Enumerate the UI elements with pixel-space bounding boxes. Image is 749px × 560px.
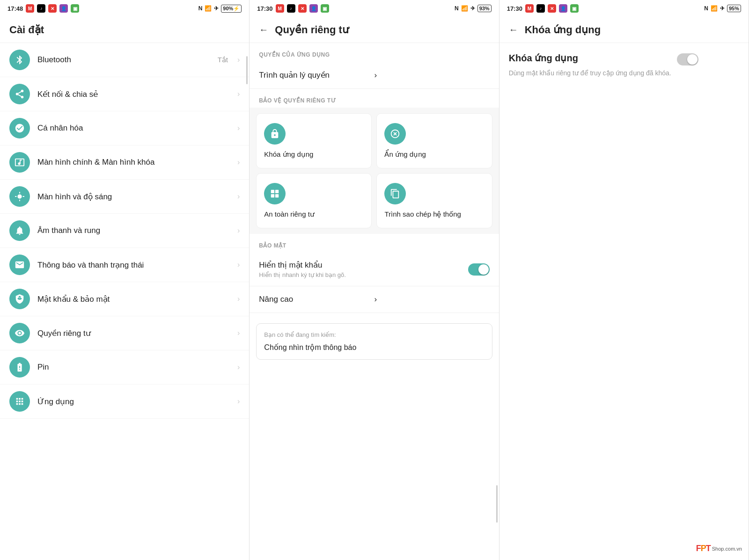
app-lock-toggle[interactable] — [677, 53, 698, 65]
svg-rect-7 — [271, 194, 274, 197]
privacy-header: ← Quyền riêng tư — [250, 17, 499, 43]
matkhau-label: Mật khẩu & bảo mật — [37, 294, 230, 304]
settings-item-ungdung[interactable]: Ứng dụng › — [0, 385, 249, 419]
settings-item-amthanh[interactable]: Âm thanh và rung › — [0, 214, 249, 248]
grid-card-khoa[interactable]: Khóa ứng dụng — [256, 113, 372, 168]
antoan-label: An toàn riêng tư — [264, 210, 315, 218]
ungdung-label: Ứng dụng — [37, 397, 230, 407]
settings-item-quyen[interactable]: Quyền riêng tư › — [0, 316, 249, 350]
bluetooth-value: Tắt — [218, 56, 228, 64]
app-lock-text: Khóa ứng dụng Dùng mật khẩu riêng tư để … — [509, 52, 671, 78]
p3-airplane: ✈ — [720, 5, 725, 12]
p2-icon-green: ▣ — [321, 4, 329, 13]
fpt-logo: FPT — [696, 544, 711, 553]
suggestion-label: Bạn có thể đang tìm kiếm: — [264, 331, 484, 338]
app-lock-main-title: Khóa ứng dụng — [509, 52, 671, 64]
svg-rect-8 — [275, 194, 279, 197]
ungdung-icon — [9, 391, 30, 412]
thongbao-label: Thông báo và thanh trạng thái — [37, 260, 230, 270]
matkhau-chevron: › — [237, 295, 240, 303]
scroll-indicator-p1 — [246, 56, 248, 84]
ungdung-chevron: › — [237, 397, 240, 406]
svg-point-2 — [21, 96, 24, 99]
privacy-panel: 17:30 M ♪ ✕ 👤 ▣ N 📶 ✈ 93% ← Quyền riêng … — [250, 0, 499, 560]
manhinhchinh-label: Màn hình chính & Màn hình khóa — [37, 158, 230, 167]
suggestion-item[interactable]: Chống nhìn trộm thông báo — [264, 343, 484, 352]
bluetooth-label: Bluetooth — [37, 55, 210, 65]
p2-battery: 93% — [477, 5, 492, 12]
security-label: BẢO MẬT — [250, 234, 499, 253]
app-lock-back-button[interactable]: ← — [509, 24, 518, 35]
settings-list: Bluetooth Tắt › Kết nối & chia sẻ › Cá n… — [0, 43, 249, 560]
canhan-label: Cá nhân hóa — [37, 124, 230, 133]
privacy-grid: Khóa ứng dụng Ẩn ứng dụng An toàn riêng … — [250, 108, 499, 234]
grid-card-an[interactable]: Ẩn ứng dụng — [376, 113, 492, 168]
settings-item-pin[interactable]: Pin › — [0, 350, 249, 385]
trinh-quan-ly-item[interactable]: Trình quản lý quyền › — [250, 62, 499, 89]
app-lock-description: Dùng mật khẩu riêng tư để truy cập ứng d… — [509, 68, 671, 78]
p3-nfc: N — [704, 5, 708, 12]
app-icon-person: 👤 — [59, 4, 68, 13]
password-display-toggle[interactable] — [468, 263, 490, 276]
saochep-label: Trình sao chép hệ thống — [384, 210, 461, 218]
settings-item-bluetooth[interactable]: Bluetooth Tắt › — [0, 43, 249, 77]
bluetooth-icon — [9, 50, 30, 70]
password-display-title: Hiển thị mật khẩu — [259, 260, 462, 270]
settings-item-canhan[interactable]: Cá nhân hóa › — [0, 111, 249, 145]
p2-wifi: 📶 — [461, 5, 468, 12]
settings-item-thongbao[interactable]: Thông báo và thanh trạng thái › — [0, 248, 249, 282]
p2-airplane: ✈ — [470, 5, 475, 12]
svg-point-1 — [16, 93, 19, 95]
nang-cao-chevron: › — [374, 295, 490, 304]
nang-cao-row[interactable]: Nâng cao › — [250, 286, 499, 313]
thongbao-chevron: › — [237, 261, 240, 269]
settings-title: Cài đặt — [9, 24, 44, 36]
p3-status-left: 17:30 M ♪ ✕ 👤 ▣ — [507, 4, 579, 13]
app-permissions-label: QUYỀN CỦA ỨNG DỤNG — [250, 43, 499, 62]
svg-line-3 — [18, 95, 21, 96]
antoan-icon — [264, 183, 286, 204]
manhinhsang-chevron: › — [237, 192, 240, 201]
p3-icon-x: ✕ — [548, 4, 556, 13]
settings-panel: 17:48 M ♪ ✕ 👤 ▣ N 📶 ✈ 90%⚡ Cài đặt Bluet… — [0, 0, 250, 560]
svg-point-0 — [21, 90, 24, 93]
grid-card-saochep[interactable]: Trình sao chép hệ thống — [376, 173, 492, 228]
bluetooth-chevron: › — [237, 56, 240, 64]
p3-icon-person: 👤 — [559, 4, 567, 13]
privacy-content: QUYỀN CỦA ỨNG DỤNG Trình quản lý quyền ›… — [250, 43, 499, 560]
app-icon-x: ✕ — [48, 4, 57, 13]
trinh-quan-ly-chevron: › — [374, 71, 490, 80]
quyen-icon — [9, 323, 30, 343]
ketnoi-label: Kết nối & chia sẻ — [37, 89, 230, 99]
p3-time: 17:30 — [507, 5, 522, 12]
nang-cao-label: Nâng cao — [259, 295, 374, 304]
scroll-indicator-p2 — [496, 485, 498, 523]
time-label: 17:48 — [7, 5, 23, 12]
manhinhchinh-chevron: › — [237, 158, 240, 167]
settings-item-manhinhchinh[interactable]: Màn hình chính & Màn hình khóa › — [0, 145, 249, 180]
password-display-row: Hiển thị mật khẩu Hiển thị nhanh ký tự k… — [250, 253, 499, 286]
saochep-icon — [384, 183, 406, 204]
p3-icon-tik: ♪ — [536, 4, 545, 13]
settings-item-matkhau[interactable]: Mật khẩu & bảo mật › — [0, 282, 249, 316]
canhan-icon — [9, 118, 30, 138]
settings-item-manhinhsang[interactable]: Màn hình và độ sáng › — [0, 180, 249, 214]
an-app-label: Ẩn ứng dụng — [384, 150, 426, 159]
trinh-quan-ly-label: Trình quản lý quyền — [259, 70, 374, 80]
settings-header: Cài đặt — [0, 17, 249, 43]
nfc-icon: N — [198, 5, 203, 12]
grid-card-antoan[interactable]: An toàn riêng tư — [256, 173, 372, 228]
app-lock-panel: 17:30 M ♪ ✕ 👤 ▣ N 📶 ✈ 95% ← Khóa ứng dụn… — [499, 0, 749, 560]
privacy-back-button[interactable]: ← — [259, 24, 268, 35]
manhinhchinh-icon — [9, 152, 30, 173]
p2-time: 17:30 — [257, 5, 272, 12]
security-section: Hiển thị mật khẩu Hiển thị nhanh ký tự k… — [250, 253, 499, 317]
quyen-chevron: › — [237, 329, 240, 337]
status-time-left: 17:48 M ♪ ✕ 👤 ▣ — [7, 4, 79, 13]
settings-item-ketnoi[interactable]: Kết nối & chia sẻ › — [0, 77, 249, 111]
privacy-title: Quyền riêng tư — [275, 24, 349, 36]
status-bar-panel3: 17:30 M ♪ ✕ 👤 ▣ N 📶 ✈ 95% — [499, 0, 749, 17]
ketnoi-icon — [9, 84, 30, 104]
khoa-app-label: Khóa ứng dụng — [264, 150, 313, 159]
fpt-shop-text: Shop.com.vn — [712, 546, 742, 552]
